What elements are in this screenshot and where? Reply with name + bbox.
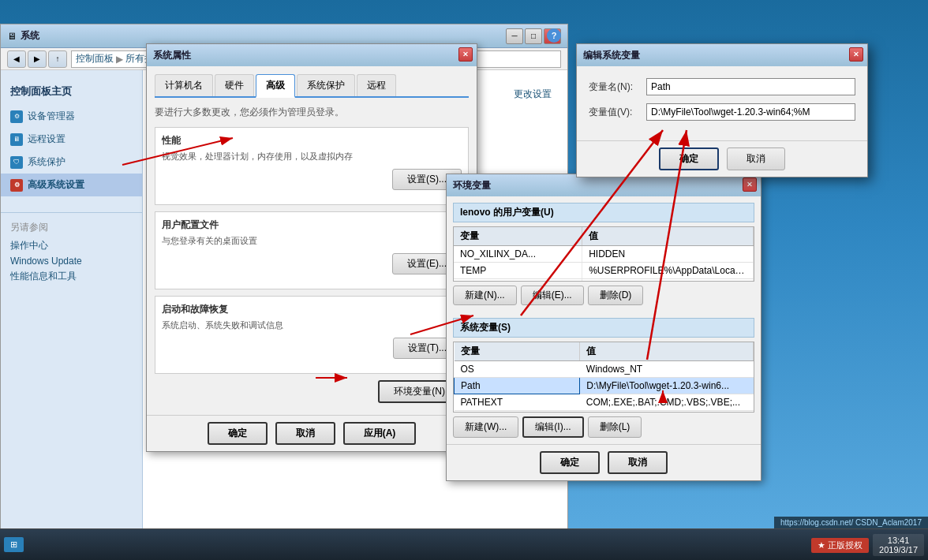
performance-desc: 视觉效果，处理器计划，内存使用，以及虚拟内存 xyxy=(162,151,462,162)
sysprop-close-button[interactable]: ✕ xyxy=(458,47,473,62)
another-section: 另请参阅 操作中心 Windows Update 性能信息和工具 xyxy=(1,212,142,283)
performance-title: 性能 xyxy=(162,134,462,147)
var-name: PATHEXT xyxy=(455,394,580,411)
user-col-value: 值 xyxy=(582,227,754,246)
table-row[interactable]: NO_XILINX_DA... HIDDEN xyxy=(454,246,754,263)
var-name: NO_XILINX_DA... xyxy=(454,246,582,263)
link-windows-update[interactable]: Windows Update xyxy=(10,256,142,267)
user-vars-buttons: 新建(N)... 编辑(E)... 删除(D) xyxy=(453,286,754,305)
up-button[interactable]: ↑ xyxy=(48,50,67,68)
nav-buttons: ◀ ▶ ↑ xyxy=(7,50,67,68)
sys-col-name: 变量 xyxy=(455,342,580,361)
user-vars-title: lenovo 的用户变量(U) xyxy=(453,203,754,222)
system-properties-dialog: 系统属性 ✕ 计算机名 硬件 高级 系统保护 远程 要进行大多数更改，您必须作为… xyxy=(146,43,477,452)
table-row[interactable]: TEMP %USERPROFILE%\AppData\Local\Temp xyxy=(454,263,754,279)
sidebar-item-device-manager[interactable]: ⚙ 设备管理器 xyxy=(1,105,142,128)
userprofile-section: 用户配置文件 与您登录有关的桌面设置 设置(E)... xyxy=(155,211,469,289)
env-cancel-button[interactable]: 取消 xyxy=(608,451,668,474)
table-row[interactable]: PATHEXT COM;.EXE;.BAT;.CMD;.VBS;.VBE;... xyxy=(455,394,754,411)
clock-time: 13:41 xyxy=(879,536,918,545)
sysprop-titlebar: 系统属性 ✕ xyxy=(147,44,477,66)
editvar-cancel-button[interactable]: 取消 xyxy=(727,147,785,170)
var-value: D:\MyFile\Tool\wget-1.20.3-win6... xyxy=(580,378,754,394)
var-name: TEMP xyxy=(454,263,582,279)
var-name-input[interactable] xyxy=(646,78,855,95)
startup-desc: 系统启动、系统失败和调试信息 xyxy=(162,319,462,331)
back-button[interactable]: ◀ xyxy=(7,50,26,68)
editvar-titlebar: 编辑系统变量 ✕ xyxy=(577,44,867,66)
env-vars-dialog: 环境变量 ✕ lenovo 的用户变量(U) 变量 值 NO_XILINX_DA… xyxy=(446,174,761,481)
sysprop-apply-button[interactable]: 应用(A) xyxy=(343,422,417,445)
table-row[interactable]: OS Windows_NT xyxy=(455,361,754,378)
help-button[interactable]: ? xyxy=(547,28,561,43)
sysprop-body: 计算机名 硬件 高级 系统保护 远程 要进行大多数更改，您必须作为管理员登录。 … xyxy=(147,66,477,415)
var-name: OS xyxy=(455,361,580,378)
maximize-button[interactable]: □ xyxy=(525,28,542,44)
antivirus-notify: ★ 正版授权 xyxy=(811,538,869,553)
env-ok-button[interactable]: 确定 xyxy=(540,451,600,474)
sidebar-item-advanced-settings[interactable]: ⚙ 高级系统设置 xyxy=(1,174,142,196)
start-button[interactable]: ⊞ xyxy=(4,537,24,552)
user-delete-button[interactable]: 删除(D) xyxy=(588,286,644,305)
change-settings-anchor[interactable]: 更改设置 xyxy=(514,88,552,99)
cp-sidebar: 控制面板主页 ⚙ 设备管理器 🖥 远程设置 🛡 系统保护 ⚙ 高级系统设置 xyxy=(1,70,143,536)
startup-title: 启动和故障恢复 xyxy=(162,303,462,316)
sidebar-item-system-protection[interactable]: 🛡 系统保护 xyxy=(1,151,142,174)
change-settings-link[interactable]: 更改设置 xyxy=(514,88,552,101)
user-edit-button[interactable]: 编辑(E)... xyxy=(521,286,584,305)
var-value-input[interactable] xyxy=(646,103,855,121)
protection-icon: 🛡 xyxy=(10,156,23,169)
sys-vars-section: 系统变量(S) 变量 值 OS Windows_NT xyxy=(447,312,761,444)
env-title: 环境变量 xyxy=(453,179,491,192)
env-btn-container: 环境变量(N)... xyxy=(155,380,469,403)
sidebar-item-remote-settings[interactable]: 🖥 远程设置 xyxy=(1,128,142,151)
user-vars-table-wrap: 变量 值 NO_XILINX_DA... HIDDEN TEMP %USERPR… xyxy=(453,226,754,282)
user-new-button[interactable]: 新建(N)... xyxy=(453,286,517,305)
sys-edit-button[interactable]: 编辑(I)... xyxy=(522,416,583,438)
tab-computer-name[interactable]: 计算机名 xyxy=(155,74,213,96)
sys-col-value: 值 xyxy=(580,342,754,361)
sysprop-tab-bar: 计算机名 硬件 高级 系统保护 远程 xyxy=(155,74,469,98)
sysprop-cancel-button[interactable]: 取消 xyxy=(275,422,335,445)
env-footer: 确定 取消 xyxy=(447,444,761,480)
var-value-row: 变量值(V): xyxy=(589,103,855,121)
var-name-label: 变量名(N): xyxy=(589,80,640,94)
sidebar-item-label: 高级系统设置 xyxy=(28,178,84,192)
link-performance[interactable]: 性能信息和工具 xyxy=(10,270,142,283)
desktop: 🖥 系统 ─ □ ✕ ◀ ▶ ↑ 控制面板 ▶ 所有控制面板项 ▶ 系统 ? xyxy=(0,0,928,560)
breadcrumb-item-1[interactable]: 控制面板 xyxy=(76,52,114,65)
var-name-row: 变量名(N): xyxy=(589,78,855,95)
cp-window-title: 系统 xyxy=(21,29,506,43)
tab-advanced[interactable]: 高级 xyxy=(256,74,295,98)
admin-note: 要进行大多数更改，您必须作为管理员登录。 xyxy=(155,106,469,119)
var-value: Windows_NT xyxy=(580,361,754,378)
edit-var-dialog: 编辑系统变量 ✕ 变量名(N): 变量值(V): 确定 取消 xyxy=(576,43,868,177)
link-action-center[interactable]: 操作中心 xyxy=(10,239,142,252)
var-value-label: 变量值(V): xyxy=(589,106,640,119)
sys-vars-title: 系统变量(S) xyxy=(453,318,754,338)
taskbar-right: ★ 正版授权 13:41 2019/3/17 xyxy=(811,534,924,556)
startup-section: 启动和故障恢复 系统启动、系统失败和调试信息 设置(T)... xyxy=(155,296,469,374)
var-name: TMP xyxy=(454,279,582,282)
forward-button[interactable]: ▶ xyxy=(28,50,47,68)
sys-delete-button[interactable]: 删除(L) xyxy=(588,416,642,438)
sys-vars-table: 变量 值 OS Windows_NT Path D:\MyFile\Tool\w… xyxy=(454,342,754,413)
env-close-button[interactable]: ✕ xyxy=(743,177,757,192)
tab-remote[interactable]: 远程 xyxy=(357,74,396,96)
sys-new-button[interactable]: 新建(W)... xyxy=(453,416,518,438)
userprofile-title: 用户配置文件 xyxy=(162,218,462,232)
clock-date: 2019/3/17 xyxy=(879,545,918,554)
csdn-user: CSDN_Aclam2017 xyxy=(855,518,922,527)
editvar-close-button[interactable]: ✕ xyxy=(849,47,863,62)
tab-hardware[interactable]: 硬件 xyxy=(215,74,254,96)
table-row[interactable]: PROCESSOR_AR AMD64 xyxy=(455,411,754,413)
star-icon: ★ xyxy=(818,540,825,551)
table-row[interactable]: Path D:\MyFile\Tool\wget-1.20.3-win6... xyxy=(455,378,754,394)
minimize-button[interactable]: ─ xyxy=(506,28,523,44)
editvar-ok-button[interactable]: 确定 xyxy=(659,147,719,170)
tab-system-protection[interactable]: 系统保护 xyxy=(297,74,355,96)
editvar-body: 变量名(N): 变量值(V): xyxy=(577,66,867,140)
sysprop-ok-button[interactable]: 确定 xyxy=(208,422,268,445)
table-row[interactable]: TMP %USERPROFILE%\AppData\Local\Temp xyxy=(454,279,754,282)
cp-window-icon: 🖥 xyxy=(7,31,17,42)
